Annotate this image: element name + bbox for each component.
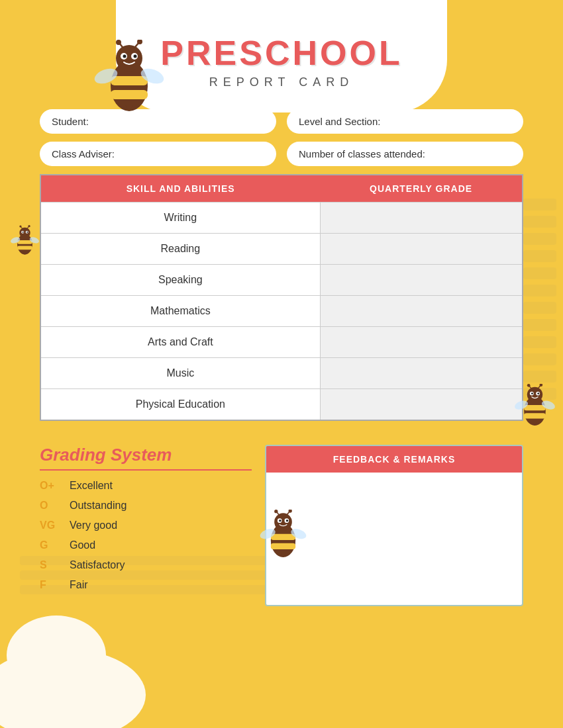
bee-top-left <box>93 40 166 119</box>
svg-point-1 <box>116 40 121 45</box>
bottom-cloud-left <box>0 649 146 728</box>
grade-table: SKILL AND ABILITIES QUARTERLY GRADE Writ… <box>40 174 523 421</box>
classes-field[interactable]: Number of classes attended: <box>287 142 523 166</box>
grade-description: Fair <box>70 579 88 591</box>
grading-list: O+ Excellent O Outstanding VG Very good … <box>40 480 252 591</box>
grade-item: G Good <box>40 539 252 551</box>
grade-description: Excellent <box>70 480 113 492</box>
form-row-2: Class Adviser: Number of classes attende… <box>40 142 523 166</box>
col-header-grade: QUARTERLY GRADE <box>320 175 523 203</box>
svg-rect-51 <box>271 543 295 549</box>
grade-item: S Satisfactory <box>40 559 252 571</box>
svg-point-25 <box>23 232 24 233</box>
grade-item: O+ Excellent <box>40 480 252 492</box>
svg-point-22 <box>19 228 30 238</box>
svg-rect-5 <box>111 76 148 85</box>
svg-point-18 <box>28 225 30 227</box>
page-subtitle: REPORT CARD <box>0 75 563 89</box>
bee-right-mid <box>513 384 556 430</box>
grade-code: O+ <box>40 480 70 492</box>
svg-point-56 <box>286 520 288 522</box>
svg-point-52 <box>274 513 292 531</box>
svg-rect-36 <box>524 413 546 418</box>
grading-title: Grading System <box>40 445 252 471</box>
svg-point-40 <box>531 392 533 394</box>
svg-point-46 <box>274 510 278 513</box>
table-row: Mathematics <box>40 296 523 327</box>
grade-cell[interactable] <box>320 265 523 296</box>
svg-point-7 <box>116 45 142 71</box>
skill-cell: Mathematics <box>40 296 320 327</box>
table-row: Speaking <box>40 265 523 296</box>
grade-item: F Fair <box>40 579 252 591</box>
bee-bottom-mid <box>258 510 308 563</box>
grade-code: F <box>40 579 70 591</box>
svg-rect-6 <box>111 90 148 99</box>
svg-point-37 <box>527 387 542 402</box>
skill-cell: Writing <box>40 203 320 234</box>
skill-cell: Arts and Craft <box>40 327 320 358</box>
table-row: Music <box>40 358 523 389</box>
feedback-header: FEEDBACK & REMARKS <box>266 446 522 473</box>
level-field[interactable]: Level and Section: <box>287 109 523 134</box>
grade-item: O Outstanding <box>40 500 252 512</box>
skill-cell: Speaking <box>40 265 320 296</box>
svg-point-41 <box>537 392 539 394</box>
col-header-skills: SKILL AND ABILITIES <box>40 175 320 203</box>
grade-cell[interactable] <box>320 358 523 389</box>
table-row: Arts and Craft <box>40 327 523 358</box>
grade-cell[interactable] <box>320 296 523 327</box>
grade-code: O <box>40 500 70 512</box>
table-row: Writing <box>40 203 523 234</box>
svg-point-11 <box>134 55 137 58</box>
table-row: Reading <box>40 234 523 265</box>
svg-point-16 <box>19 225 21 227</box>
header-section: PRESCHOOL REPORT CARD <box>0 0 563 89</box>
skill-cell: Reading <box>40 234 320 265</box>
grade-code: S <box>40 559 70 571</box>
skill-cell: Physical Education <box>40 389 320 421</box>
grading-system: Grading System O+ Excellent O Outstandin… <box>40 445 252 606</box>
svg-point-31 <box>527 384 531 387</box>
bee-small-left <box>10 225 40 258</box>
svg-rect-20 <box>17 240 32 244</box>
svg-rect-50 <box>271 534 295 540</box>
skill-cell: Music <box>40 358 320 389</box>
grade-item: VG Very good <box>40 520 252 531</box>
svg-point-55 <box>279 520 281 522</box>
grade-description: Outstanding <box>70 500 127 512</box>
svg-rect-35 <box>524 405 546 410</box>
main-content: Student: Level and Section: Class Advise… <box>0 96 563 434</box>
grade-code: VG <box>40 520 70 531</box>
grade-cell[interactable] <box>320 389 523 421</box>
grade-code: G <box>40 539 70 551</box>
svg-point-26 <box>26 232 28 233</box>
grade-cell[interactable] <box>320 327 523 358</box>
svg-point-10 <box>123 55 127 58</box>
grade-description: Very good <box>70 520 117 531</box>
grade-cell[interactable] <box>320 203 523 234</box>
adviser-field[interactable]: Class Adviser: <box>40 142 276 166</box>
page-title: PRESCHOOL <box>0 33 563 73</box>
table-row: Physical Education <box>40 389 523 421</box>
grade-description: Good <box>70 539 95 551</box>
svg-rect-21 <box>17 246 32 250</box>
grade-cell[interactable] <box>320 234 523 265</box>
grade-description: Satisfactory <box>70 559 125 571</box>
